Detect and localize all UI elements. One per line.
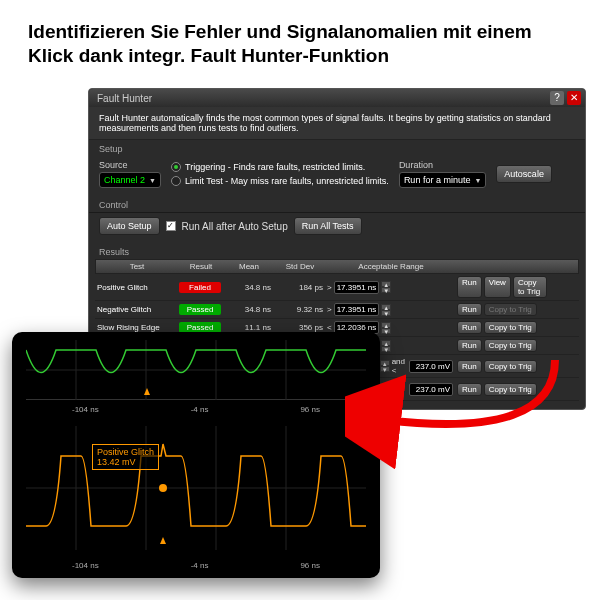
run-all-after-label: Run All after Auto Setup [182,221,288,232]
copy-to-trig-button[interactable]: Copy to Trig [484,339,537,352]
spin-down-icon[interactable]: ▼ [381,328,391,334]
scope-top-pane [26,340,366,400]
cell-actions: RunCopy to Trig [457,303,547,316]
spin-down-icon[interactable]: ▼ [381,346,391,352]
scope-bottom-pane [26,426,366,550]
cell-range: >17.3951 ns▲▼ [327,281,453,294]
help-icon[interactable]: ? [550,91,564,105]
cell-test: Positive Glitch [97,283,175,292]
table-row: Positive GlitchFailed34.8 ns184 ps>17.39… [95,274,579,301]
spin-down-icon[interactable]: ▼ [381,287,391,293]
callout-value: 13.42 mV [97,457,154,467]
radio-off-icon [171,176,181,186]
range-input[interactable]: 237.0 mV [409,360,453,373]
cell-mean: 34.8 ns [225,283,271,292]
cell-actions: RunViewCopy to Trig [457,276,547,298]
col-std: Std Dev [276,262,324,271]
cell-mean: 11.1 ns [225,323,271,332]
copy-to-trig-button[interactable]: Copy to Trig [484,360,537,373]
svg-point-11 [159,484,167,492]
col-mean: Mean [226,262,272,271]
cell-actions: RunCopy to Trig [457,339,547,352]
radio-on-icon [171,162,181,172]
range-input[interactable]: 17.3951 ns [334,303,380,316]
auto-setup-button[interactable]: Auto Setup [99,217,160,235]
run-button[interactable]: Run [457,383,482,396]
cell-actions: RunCopy to Trig [457,383,547,396]
table-row: Negative GlitchPassed34.8 ns9.32 ns>17.3… [95,301,579,319]
run-button[interactable]: Run [457,321,482,334]
duration-label: Duration [399,160,486,170]
cell-mean: 34.8 ns [225,305,271,314]
tick-label: 96 ns [300,405,320,414]
window-description: Fault Hunter automatically finds the mos… [89,107,585,140]
autoscale-button[interactable]: Autoscale [496,165,552,183]
window-title: Fault Hunter [93,93,550,104]
cell-std: 356 ps [275,323,323,332]
spin-down-icon[interactable]: ▼ [380,366,390,372]
triggering-label: Triggering - Finds rare faults, restrict… [185,162,365,172]
range-input[interactable]: 237.0 mV [409,383,453,396]
copy-to-trig-button[interactable]: Copy to Trig [484,383,537,396]
oscilloscope-overlay: -104 ns -4 ns 96 ns Positive Glitch 13.4… [12,332,380,578]
control-section-label: Control [89,196,585,212]
page-headline: Identifizieren Sie Fehler und Signalanom… [0,0,600,76]
duration-select[interactable]: Run for a minute ▼ [399,172,486,188]
triggering-radio-row[interactable]: Triggering - Finds rare faults, restrict… [171,162,389,172]
run-all-after-checkbox[interactable]: ✓ [166,221,176,231]
scope-ticks-top: -104 ns -4 ns 96 ns [26,402,366,416]
view-button[interactable]: View [484,276,511,298]
tick-label: 96 ns [300,561,320,570]
source-select[interactable]: Channel 2 ▼ [99,172,161,188]
titlebar: Fault Hunter ? ✕ [89,89,585,107]
spin-down-icon[interactable]: ▼ [381,310,391,316]
source-value: Channel 2 [104,175,145,185]
svg-marker-5 [144,388,150,395]
tick-label: -104 ns [72,561,99,570]
cell-actions: RunCopy to Trig [457,360,547,373]
run-button[interactable]: Run [457,339,482,352]
glitch-callout: Positive Glitch 13.42 mV [92,444,159,470]
cell-std: 9.32 ns [275,305,323,314]
setup-row: Source Channel 2 ▼ Triggering - Finds ra… [89,156,585,196]
run-button[interactable]: Run [457,303,482,316]
chevron-down-icon: ▼ [149,177,156,184]
cell-result: Failed [179,282,221,293]
run-all-tests-button[interactable]: Run All Tests [294,217,362,235]
tick-label: -4 ns [191,561,209,570]
limit-test-label: Limit Test - May miss rare faults, unres… [185,176,389,186]
cell-actions: RunCopy to Trig [457,321,547,334]
cell-range: >17.3951 ns▲▼ [327,303,453,316]
scope-ticks-bottom: -104 ns -4 ns 96 ns [26,558,366,572]
range-input[interactable]: 17.3951 ns [334,281,380,294]
tick-label: -4 ns [191,405,209,414]
source-label: Source [99,160,161,170]
control-row: Auto Setup ✓ Run All after Auto Setup Ru… [89,212,585,243]
cell-result: Passed [179,304,221,315]
svg-marker-12 [160,537,166,544]
col-test: Test [98,262,176,271]
copy-to-trig-button: Copy to Trig [484,303,537,316]
copy-to-trig-button[interactable]: Copy to Trig [484,321,537,334]
limit-test-radio-row[interactable]: Limit Test - May miss rare faults, unres… [171,176,389,186]
close-icon[interactable]: ✕ [567,91,581,105]
cell-test: Negative Glitch [97,305,175,314]
cell-std: 184 ps [275,283,323,292]
results-section-label: Results [89,243,585,259]
chevron-down-icon: ▼ [474,177,481,184]
callout-title: Positive Glitch [97,447,154,457]
run-button[interactable]: Run [457,276,482,298]
tick-label: -104 ns [72,405,99,414]
cell-test: Slow Rising Edge [97,323,175,332]
duration-value: Run for a minute [404,175,471,185]
spin-down-icon[interactable]: ▼ [380,389,390,395]
copy-to-trig-button[interactable]: Copy to Trig [513,276,547,298]
run-button[interactable]: Run [457,360,482,373]
setup-section-label: Setup [89,140,585,156]
col-range: Acceptable Range [328,262,454,271]
col-result: Result [180,262,222,271]
table-header: Test Result Mean Std Dev Acceptable Rang… [95,259,579,274]
